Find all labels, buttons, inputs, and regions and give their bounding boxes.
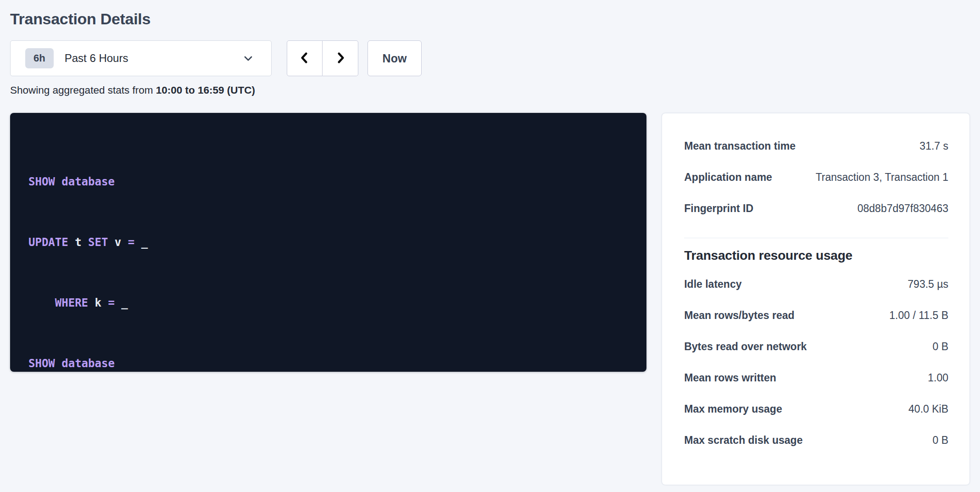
time-controls: 6h Past 6 Hours Now <box>10 40 970 76</box>
stat-label: Idle latency <box>684 278 741 291</box>
stat-label: Mean rows/bytes read <box>684 309 794 322</box>
sql-token: database <box>61 175 115 188</box>
stat-value: 08d8b7d97f830463 <box>858 202 948 215</box>
transaction-details-page: Transaction Details 6h Past 6 Hours Now … <box>0 0 980 492</box>
now-button[interactable]: Now <box>368 40 422 76</box>
caption-prefix: Showing aggregated stats from <box>10 84 156 96</box>
sql-token: UPDATE <box>28 236 68 249</box>
stat-value: 40.0 KiB <box>908 403 948 415</box>
sql-line: SHOW database <box>28 172 628 192</box>
stat-row-idle-latency: Idle latency 793.5 µs <box>684 268 948 300</box>
sql-token: SHOW <box>28 175 61 188</box>
time-range-badge: 6h <box>25 48 54 68</box>
page-title: Transaction Details <box>10 10 970 28</box>
stat-label: Mean transaction time <box>684 140 796 152</box>
stat-label: Bytes read over network <box>684 341 807 353</box>
chevron-left-icon <box>297 50 312 67</box>
sql-token: _ <box>115 296 128 309</box>
stat-row-mean-transaction-time: Mean transaction time 31.7 s <box>684 130 948 162</box>
sql-token: WHERE <box>28 296 88 309</box>
stat-label: Application name <box>684 171 772 184</box>
sql-statement-box: SHOW database UPDATE t SET v = _ WHERE k… <box>10 113 646 372</box>
stat-row-mean-rows-bytes-read: Mean rows/bytes read 1.00 / 11.5 B <box>684 300 948 331</box>
sql-token: v <box>108 236 128 249</box>
sql-token: t <box>68 236 88 249</box>
next-interval-button[interactable] <box>323 40 358 76</box>
aggregation-caption: Showing aggregated stats from 10:00 to 1… <box>10 84 970 96</box>
sql-token: _ <box>134 236 148 249</box>
stat-label: Max memory usage <box>684 403 782 415</box>
sql-token: = <box>128 236 134 249</box>
stat-value: 0 B <box>932 341 948 353</box>
stat-row-mean-rows-written: Mean rows written 1.00 <box>684 362 948 393</box>
stat-value: 1.00 <box>928 372 948 384</box>
stat-value: 31.7 s <box>919 140 948 152</box>
caption-time-range: 10:00 to 16:59 (UTC) <box>156 84 255 96</box>
stat-label: Fingerprint ID <box>684 202 753 215</box>
stat-label: Mean rows written <box>684 372 776 384</box>
time-step-button-group <box>287 40 358 76</box>
chevron-right-icon <box>333 50 348 67</box>
stat-row-application-name: Application name Transaction 3, Transact… <box>684 162 948 193</box>
resource-usage-heading: Transaction resource usage <box>684 248 948 263</box>
sql-line: SHOW database <box>28 353 628 374</box>
stat-value: 1.00 / 11.5 B <box>889 309 948 322</box>
chevron-down-icon <box>242 52 255 65</box>
previous-interval-button[interactable] <box>287 40 323 76</box>
stat-row-max-scratch-disk-usage: Max scratch disk usage 0 B <box>684 425 948 456</box>
card-divider <box>684 238 948 238</box>
stat-value: 793.5 µs <box>908 278 948 291</box>
transaction-details-card: Mean transaction time 31.7 s Application… <box>662 113 970 485</box>
sql-token: database <box>61 357 115 370</box>
time-range-label: Past 6 Hours <box>65 52 128 65</box>
stat-value: Transaction 3, Transaction 1 <box>816 171 948 184</box>
sql-line: UPDATE t SET v = _ <box>28 232 628 252</box>
stat-label: Max scratch disk usage <box>684 434 802 447</box>
main-content: SHOW database UPDATE t SET v = _ WHERE k… <box>10 113 970 485</box>
stat-value: 0 B <box>932 434 948 447</box>
sql-token: = <box>108 296 114 309</box>
sql-token: SHOW <box>28 357 61 370</box>
stat-row-bytes-read-over-network: Bytes read over network 0 B <box>684 331 948 362</box>
time-range-dropdown[interactable]: 6h Past 6 Hours <box>10 40 272 76</box>
stat-row-max-memory-usage: Max memory usage 40.0 KiB <box>684 393 948 425</box>
sql-token: k <box>88 296 108 309</box>
sql-line: WHERE k = _ <box>28 293 628 313</box>
sql-token: SET <box>88 236 108 249</box>
stat-row-fingerprint-id: Fingerprint ID 08d8b7d97f830463 <box>684 193 948 224</box>
